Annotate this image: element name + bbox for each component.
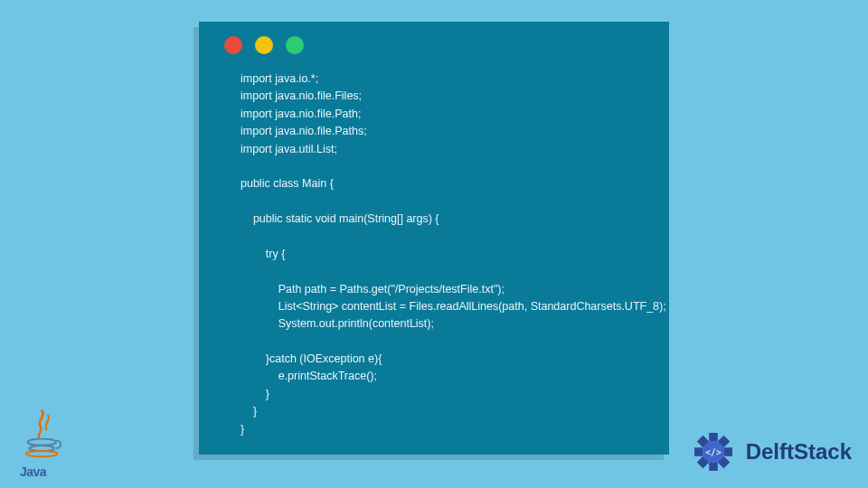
close-icon (224, 36, 242, 54)
window-controls (224, 36, 649, 54)
svg-point-0 (28, 439, 56, 446)
minimize-icon (255, 36, 273, 54)
svg-rect-7 (723, 447, 732, 456)
java-label: Java (20, 465, 67, 479)
java-cup-icon (20, 408, 67, 463)
code-block: import java.io.*; import java.nio.file.F… (219, 70, 649, 438)
delftstack-label: DelftStack (746, 439, 852, 465)
svg-rect-9 (709, 462, 718, 471)
java-logo: Java (20, 408, 67, 479)
delftstack-badge-icon: </> (686, 425, 741, 479)
svg-point-2 (26, 451, 58, 456)
svg-text:</>: </> (705, 447, 722, 457)
svg-rect-3 (694, 447, 703, 456)
delftstack-logo: </> DelftStack (686, 425, 852, 479)
code-window: import java.io.*; import java.nio.file.F… (199, 22, 669, 455)
svg-rect-5 (709, 433, 718, 442)
zoom-icon (286, 36, 304, 54)
